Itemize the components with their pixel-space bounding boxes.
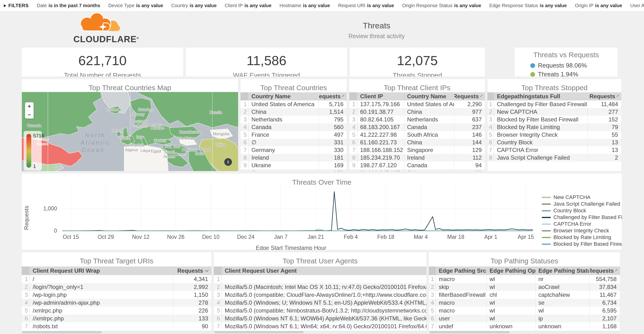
map-info-icon[interactable]: i bbox=[224, 158, 232, 166]
table-row[interactable]: 10 61.160.247.137 China 92 bbox=[349, 169, 485, 171]
legend-item[interactable]: CAPTCHA Error bbox=[542, 221, 622, 227]
filter-item[interactable]: Client IPis any value bbox=[225, 3, 272, 8]
legend-item[interactable]: Blocked by Filter Based Firewall bbox=[542, 241, 622, 247]
table-row[interactable]: 5 France 497 bbox=[240, 131, 347, 139]
legend-item[interactable]: New CAPTCHA bbox=[542, 194, 622, 200]
filter-item[interactable]: User Agentis any value bbox=[630, 3, 644, 8]
table-row[interactable]: 4 Blocked by Rate Limiting 79 bbox=[488, 123, 621, 131]
table-row[interactable]: 9 Ukraine 169 bbox=[240, 162, 347, 169]
scrollbar-thumb[interactable] bbox=[214, 331, 304, 333]
map-zoom-out-button[interactable]: − bbox=[25, 111, 34, 119]
table-row[interactable]: 1 macro wl nr 554,758 bbox=[429, 275, 620, 283]
cell-src: skip bbox=[436, 283, 486, 291]
column-header-requests[interactable]: Requests bbox=[588, 92, 621, 100]
table-row[interactable]: 7 CAPTCHA Error 13 bbox=[488, 146, 621, 154]
table-row[interactable]: 1 137.175.79.166 United States of Americ… bbox=[349, 100, 485, 108]
column-header[interactable]: Client Request User Agent bbox=[222, 266, 426, 275]
table-row[interactable]: 4 /wp-admin/admin-ajax.php 278 bbox=[22, 299, 212, 306]
horizontal-scrollbar[interactable] bbox=[22, 331, 212, 334]
table-row[interactable]: 8 185.234.219.70 Ireland 112 bbox=[349, 154, 485, 162]
table-row[interactable]: 8 Ireland 181 bbox=[240, 154, 347, 162]
table-row[interactable]: 3 filterBasedFirewall chl captchaNew 11,… bbox=[429, 291, 620, 299]
table-row[interactable]: 6 61.160.221.73 China 144 bbox=[349, 139, 485, 146]
table-row[interactable]: 7 Mozilla/5.0 (Windows NT 6.1; Win64; x6… bbox=[214, 322, 426, 330]
legend-item[interactable]: Browser Integrity Check bbox=[542, 228, 622, 234]
table-row[interactable]: 3 Blocked by Filter Based Firewall 152 bbox=[488, 116, 621, 123]
table-row[interactable]: 2 skip wl aoCrawl 37,834 bbox=[429, 283, 620, 291]
legend-item[interactable]: Threats 1.94% bbox=[530, 71, 602, 77]
column-header[interactable]: Country Name bbox=[404, 92, 454, 100]
table-row[interactable]: 1 bbox=[214, 275, 426, 283]
filter-item[interactable]: Origin Response Statusis any value bbox=[402, 3, 481, 8]
legend-item[interactable]: Challenged by Filter Based Firewall bbox=[542, 214, 622, 220]
filter-item[interactable]: Countryis any value bbox=[171, 3, 216, 8]
map-zoom-in-button[interactable]: + bbox=[25, 102, 34, 111]
table-row[interactable]: 7 /robots.txt 90 bbox=[22, 322, 212, 330]
filter-item[interactable]: Origin IPis any value bbox=[575, 3, 622, 8]
column-header[interactable]: Edge Pathing Op bbox=[486, 266, 535, 275]
legend-item[interactable]: Country Block bbox=[542, 208, 622, 213]
table-row[interactable]: 3 /wp-login.php 1,150 bbox=[22, 291, 212, 299]
table-row[interactable]: 6 ∅ 331 bbox=[240, 139, 347, 146]
filter-item[interactable]: Dateis in the past 7 months bbox=[37, 3, 100, 8]
table-row[interactable]: 5 Mozilla/5.0 (compatible; Nimbostratus-… bbox=[214, 306, 426, 314]
table-row[interactable]: 6 user wl ip 2,107 bbox=[429, 314, 620, 322]
table-row[interactable]: 4 Canada 560 bbox=[240, 123, 347, 131]
table-row[interactable]: 8 Java Script Challenge Failed 2 bbox=[488, 154, 621, 162]
filters-toggle[interactable]: FILTERS bbox=[4, 3, 28, 8]
column-header[interactable]: Edge Pathing Src bbox=[436, 266, 486, 275]
table-row[interactable]: 6 Country Block 13 bbox=[488, 139, 621, 146]
filter-item[interactable]: Request URIis any value bbox=[338, 3, 394, 8]
world-map[interactable]: CanadaUnitedStatesMexicoCubaNorthAtlanti… bbox=[22, 92, 238, 171]
cell-client-ip: 61.160.247.137 bbox=[357, 169, 404, 171]
column-header-requests[interactable]: Requests bbox=[454, 92, 485, 100]
table-row[interactable]: 6 Mozilla/5.0 (Windows NT 6.1; WOW64) Ap… bbox=[214, 314, 426, 322]
column-header[interactable]: Country Name bbox=[248, 92, 319, 100]
column-header-requests[interactable]: Requests bbox=[173, 266, 212, 275]
table-row[interactable]: 1 United States of America 5,716 bbox=[240, 100, 347, 108]
table-row[interactable]: 5 /xmlrpc.php 226 bbox=[22, 306, 212, 314]
table-row[interactable]: 6 //xmlrpc.php 133 bbox=[22, 314, 212, 322]
scrollbar-thumb[interactable] bbox=[429, 331, 510, 333]
horizontal-scrollbar[interactable] bbox=[214, 331, 426, 334]
legend-item[interactable]: Requests 98.06% bbox=[530, 62, 602, 69]
table-row[interactable]: 4 68.183.200.167 Canada 237 bbox=[349, 123, 485, 131]
table-row[interactable]: 3 Mozilla/5.0 (compatible; CloudFlare-Al… bbox=[214, 291, 426, 299]
table-row[interactable]: 7 Germany 330 bbox=[240, 146, 347, 154]
column-header[interactable]: Client IP bbox=[357, 92, 404, 100]
filter-item[interactable]: Edge Response Statusis any value bbox=[489, 3, 567, 8]
column-header[interactable]: Client Request URI Wrap bbox=[30, 266, 173, 275]
column-header-requests[interactable]: Requests bbox=[319, 92, 347, 100]
table-row[interactable]: 3 Netherlands 795 bbox=[240, 116, 347, 123]
table-row[interactable]: 2 New CAPTCHA 277 bbox=[488, 108, 621, 116]
column-header-requests[interactable]: Requests bbox=[590, 266, 620, 275]
table-row[interactable]: 1 Challenged by Filter Based Firewall 11… bbox=[488, 100, 621, 108]
legend-item[interactable]: Java Script Challenge Failed bbox=[542, 201, 622, 207]
table-row[interactable]: 4 macro wl se 6,734 bbox=[429, 299, 620, 306]
table-row[interactable]: 5 41.222.227.98 South Africa 146 bbox=[349, 131, 485, 139]
table-row[interactable]: 3 80.82.64.105 Netherlands 637 bbox=[349, 116, 485, 123]
horizontal-scrollbar[interactable] bbox=[429, 331, 620, 334]
table-row[interactable]: 1 / 4,341 bbox=[22, 275, 212, 283]
table-row[interactable]: 7 undef unknown unknown 1,168 bbox=[429, 322, 620, 330]
panel-title: Top Threat Client IPs bbox=[349, 79, 485, 92]
legend-item[interactable]: Blocked by Rate Limiting bbox=[542, 234, 622, 240]
table-row[interactable]: 2 60.191.38.77 China 977 bbox=[349, 108, 485, 116]
table-row[interactable]: 4 Mozilla/5.0 (Windows; U; Windows NT 5.… bbox=[214, 299, 426, 306]
scrollbar-thumb[interactable] bbox=[22, 331, 102, 333]
column-header[interactable]: Edge Pathing Status bbox=[535, 266, 590, 275]
filter-item[interactable]: Device Typeis any value bbox=[108, 3, 163, 8]
table-row[interactable]: 7 188.166.188.152 Singapore 129 bbox=[349, 146, 485, 154]
threats-over-time-chart[interactable]: Oct 15Oct 29Nov 12Nov 26Dec 10Dec 24Jan … bbox=[22, 182, 622, 244]
filter-item[interactable]: Hostnameis any value bbox=[280, 3, 330, 8]
table-header: Edge Pathing Src Edge Pathing Op Edge Pa… bbox=[429, 266, 620, 275]
table-row[interactable]: 10 Singapore 158 bbox=[240, 169, 347, 171]
table-row[interactable]: 2 Mozilla/5.0 (Macintosh; Intel Mac OS X… bbox=[214, 283, 426, 291]
column-header[interactable]: Edgepathingstatus Full bbox=[494, 92, 588, 100]
table-row[interactable]: 2 /login/?login_only=1 2,992 bbox=[22, 283, 212, 291]
table-row[interactable]: 2 China 1,514 bbox=[240, 108, 347, 116]
cell-status: CAPTCHA Error bbox=[494, 146, 588, 154]
table-row[interactable]: 5 Browser Integrity Check 55 bbox=[488, 131, 621, 139]
table-row[interactable]: 5 macro wl wl 6,595 bbox=[429, 306, 620, 314]
table-row[interactable]: 9 198.27.67.120 Canada 94 bbox=[349, 162, 485, 169]
